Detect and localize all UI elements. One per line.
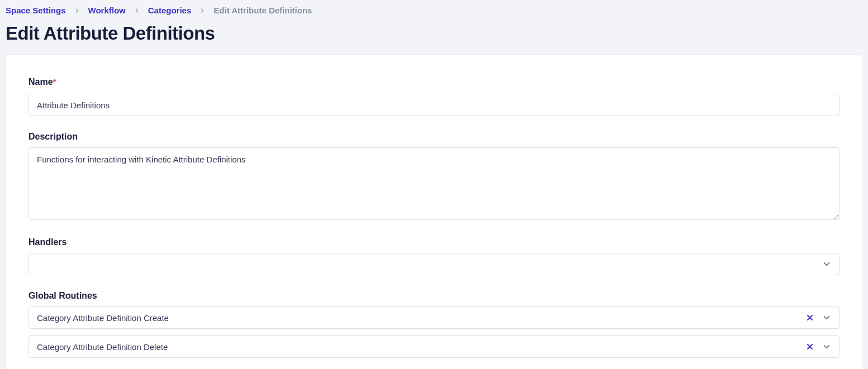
chevron-down-icon[interactable] [821, 341, 832, 352]
chevron-right-icon [74, 7, 80, 14]
breadcrumb-link-workflow[interactable]: Workflow [88, 6, 126, 15]
chevron-right-icon [134, 7, 140, 14]
field-name: Name* [29, 77, 839, 116]
handlers-select[interactable] [29, 253, 839, 275]
global-routine-row[interactable]: Category Attribute Definition Create [29, 306, 839, 329]
form-card: Name* Description Handlers Global Routin… [6, 54, 862, 369]
breadcrumb-link-categories[interactable]: Categories [148, 6, 192, 15]
page-title: Edit Attribute Definitions [6, 23, 862, 44]
close-icon[interactable] [804, 312, 815, 323]
required-marker: * [53, 77, 56, 87]
chevron-down-icon [821, 258, 832, 270]
global-routines-label: Global Routines [29, 291, 97, 301]
global-routine-text: Category Attribute Definition Delete [37, 342, 168, 352]
handlers-label: Handlers [29, 237, 67, 247]
name-label: Name [29, 77, 53, 88]
field-global-routines: Global Routines Category Attribute Defin… [29, 291, 839, 358]
field-handlers: Handlers [29, 237, 839, 275]
global-routine-row[interactable]: Category Attribute Definition Delete [29, 336, 839, 358]
close-icon[interactable] [804, 341, 815, 352]
global-routine-text: Category Attribute Definition Create [37, 313, 169, 323]
breadcrumb: Space Settings Workflow Categories Edit … [6, 6, 862, 15]
breadcrumb-link-space-settings[interactable]: Space Settings [6, 6, 66, 15]
chevron-down-icon[interactable] [821, 312, 832, 323]
name-input[interactable] [29, 94, 839, 116]
description-label: Description [29, 132, 78, 142]
chevron-right-icon [199, 7, 206, 14]
description-input[interactable] [29, 147, 839, 220]
breadcrumb-current: Edit Attribute Definitions [214, 6, 312, 15]
field-description: Description [29, 132, 839, 222]
